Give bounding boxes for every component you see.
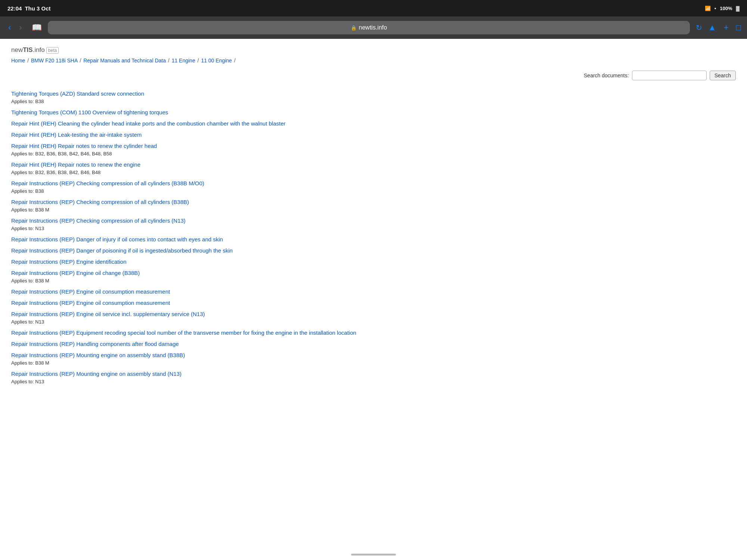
search-input[interactable] — [632, 71, 707, 80]
breadcrumb-sep-3: / — [168, 58, 171, 64]
search-button[interactable]: Search — [710, 71, 736, 80]
list-item: Tightening Torques (AZD) Standard screw … — [11, 89, 736, 104]
doc-applies: Applies to: B32, B36, B38, B42, B46, B48… — [11, 151, 736, 157]
list-item: Repair Instructions (REP) Mounting engin… — [11, 351, 736, 366]
logo-beta-badge: beta — [46, 47, 59, 54]
list-item: Repair Instructions (REP) Engine oil con… — [11, 287, 736, 296]
doc-link[interactable]: Repair Instructions (REP) Checking compr… — [11, 217, 186, 224]
list-item: Repair Hint (REH) Cleaning the cylinder … — [11, 119, 736, 128]
battery-icon: ▓ — [736, 6, 740, 11]
doc-link[interactable]: Tightening Torques (AZD) Standard screw … — [11, 90, 144, 97]
doc-link[interactable]: Repair Instructions (REP) Engine identif… — [11, 259, 126, 265]
logo-text-tis: TIS — [23, 46, 32, 53]
breadcrumb: Home / BMW F20 118i SHA / Repair Manuals… — [11, 57, 736, 65]
doc-link[interactable]: Repair Instructions (REP) Checking compr… — [11, 199, 189, 205]
list-item: Repair Instructions (REP) Mounting engin… — [11, 369, 736, 384]
url-display: newtis.info — [359, 24, 387, 31]
list-item: Repair Hint (REH) Leak-testing the air-i… — [11, 130, 736, 139]
doc-link[interactable]: Repair Instructions (REP) Danger of pois… — [11, 247, 233, 254]
breadcrumb-sep-2: / — [80, 58, 83, 64]
scroll-indicator — [351, 554, 396, 556]
breadcrumb-sep-4: / — [198, 58, 201, 64]
list-item: Repair Hint (REH) Repair notes to renew … — [11, 160, 736, 175]
list-item: Repair Instructions (REP) Danger of pois… — [11, 246, 736, 255]
breadcrumb-sep-5: / — [234, 58, 236, 64]
battery-level: 100% — [720, 6, 732, 11]
doc-link[interactable]: Repair Instructions (REP) Engine oil cha… — [11, 270, 140, 276]
doc-link[interactable]: Repair Hint (REH) Repair notes to renew … — [11, 143, 157, 149]
signal-icon: ▪ — [715, 6, 716, 11]
doc-link[interactable]: Repair Instructions (REP) Handling compo… — [11, 341, 179, 347]
bookmarks-button[interactable]: 📖 — [32, 23, 42, 33]
doc-link[interactable]: Repair Instructions (REP) Danger of inju… — [11, 236, 223, 242]
date: Thu 3 Oct — [25, 5, 50, 12]
breadcrumb-11-00-engine[interactable]: 11 00 Engine — [201, 58, 232, 64]
status-left: 22:04 Thu 3 Oct — [7, 5, 51, 12]
doc-applies: Applies to: B38 — [11, 99, 736, 104]
wifi-icon: 📶 — [705, 6, 711, 11]
list-item: Repair Instructions (REP) Engine oil ser… — [11, 310, 736, 325]
logo-text-info: info — [34, 46, 44, 53]
doc-link[interactable]: Repair Hint (REH) Cleaning the cylinder … — [11, 120, 286, 127]
new-tab-button[interactable]: + — [724, 23, 729, 33]
doc-applies: Applies to: B38 M — [11, 360, 736, 366]
doc-link[interactable]: Repair Hint (REH) Repair notes to renew … — [11, 161, 140, 168]
breadcrumb-11-engine[interactable]: 11 Engine — [172, 58, 195, 64]
doc-link[interactable]: Repair Instructions (REP) Engine oil con… — [11, 300, 170, 306]
list-item: Repair Instructions (REP) Handling compo… — [11, 340, 736, 349]
doc-applies: Applies to: B38 — [11, 188, 736, 194]
forward-button[interactable]: › — [17, 22, 24, 33]
browser-chrome: ‹ › 📖 🔒 newtis.info ↻ ▲ + □ — [0, 16, 747, 39]
breadcrumb-home[interactable]: Home — [11, 58, 25, 64]
doc-link[interactable]: Repair Instructions (REP) Checking compr… — [11, 180, 204, 186]
breadcrumb-sep-1: / — [27, 58, 30, 64]
doc-link[interactable]: Repair Instructions (REP) Mounting engin… — [11, 352, 185, 358]
doc-applies: Applies to: N13 — [11, 226, 736, 231]
page-content: newTIS.infobeta Home / BMW F20 118i SHA … — [0, 39, 747, 560]
nav-buttons: ‹ › — [6, 22, 24, 33]
doc-applies: Applies to: B38 M — [11, 278, 736, 284]
status-right: 📶 ▪ 100% ▓ — [705, 6, 740, 11]
search-bar: Search documents: Search — [11, 71, 736, 80]
search-label: Search documents: — [584, 72, 629, 78]
breadcrumb-bmw[interactable]: BMW F20 118i SHA — [31, 58, 78, 64]
doc-link[interactable]: Tightening Torques (COM) 1100 Overview o… — [11, 109, 168, 115]
list-item: Repair Instructions (REP) Checking compr… — [11, 198, 736, 213]
doc-applies: Applies to: B38 M — [11, 207, 736, 213]
doc-link[interactable]: Repair Instructions (REP) Mounting engin… — [11, 371, 182, 377]
list-item: Repair Instructions (REP) Engine identif… — [11, 257, 736, 266]
doc-link[interactable]: Repair Hint (REH) Leak-testing the air-i… — [11, 132, 142, 138]
reload-button[interactable]: ↻ — [696, 23, 702, 32]
breadcrumb-repair-manuals[interactable]: Repair Manuals and Technical Data — [83, 58, 166, 64]
doc-applies: Applies to: B32, B36, B38, B42, B46, B48 — [11, 170, 736, 175]
lock-icon: 🔒 — [351, 25, 357, 31]
list-item: Repair Instructions (REP) Engine oil cha… — [11, 269, 736, 284]
list-item: Repair Hint (REH) Repair notes to renew … — [11, 142, 736, 157]
doc-applies: Applies to: N13 — [11, 379, 736, 384]
address-bar[interactable]: 🔒 newtis.info — [48, 21, 690, 34]
list-item: Repair Instructions (REP) Danger of inju… — [11, 235, 736, 244]
logo: newTIS.infobeta — [11, 46, 736, 54]
document-list: Tightening Torques (AZD) Standard screw … — [11, 89, 736, 384]
back-button[interactable]: ‹ — [6, 22, 13, 33]
doc-link[interactable]: Repair Instructions (REP) Engine oil con… — [11, 288, 170, 295]
time: 22:04 — [7, 5, 22, 12]
status-bar: 22:04 Thu 3 Oct 📶 ▪ 100% ▓ — [0, 0, 747, 16]
share-button[interactable]: ▲ — [708, 23, 716, 33]
list-item: Repair Instructions (REP) Checking compr… — [11, 179, 736, 194]
list-item: Repair Instructions (REP) Checking compr… — [11, 216, 736, 231]
toolbar-right: ▲ + □ — [708, 23, 741, 33]
doc-applies: Applies to: N13 — [11, 319, 736, 325]
list-item: Repair Instructions (REP) Engine oil con… — [11, 298, 736, 307]
tabs-button[interactable]: □ — [736, 23, 741, 33]
list-item: Repair Instructions (REP) Equipment reco… — [11, 328, 736, 337]
list-item: Tightening Torques (COM) 1100 Overview o… — [11, 108, 736, 117]
doc-link[interactable]: Repair Instructions (REP) Engine oil ser… — [11, 311, 205, 317]
doc-link[interactable]: Repair Instructions (REP) Equipment reco… — [11, 329, 356, 336]
logo-text-new: new — [11, 46, 23, 53]
